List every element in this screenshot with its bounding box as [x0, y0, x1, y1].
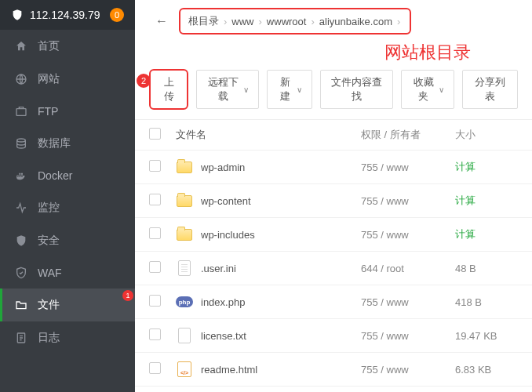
folder-icon [14, 299, 28, 311]
table-row[interactable]: phpwp-activate.php755 / www6.72 KB [135, 387, 532, 392]
html-icon [177, 361, 191, 377]
sidebar-item-globe[interactable]: 网站 [0, 63, 135, 96]
back-button[interactable]: ← [149, 11, 174, 31]
table-row[interactable]: license.txt755 / www19.47 KB [135, 319, 532, 353]
favorites-button[interactable]: 收藏夹∨ [401, 70, 455, 109]
table-row[interactable]: readme.html755 / www6.83 KB [135, 353, 532, 387]
sidebar-item-waf[interactable]: WAF [0, 257, 135, 289]
chevron-right-icon: › [309, 16, 315, 27]
breadcrumb-row: ← 根目录›www›wwwroot›aliyunbaike.com› [135, 0, 532, 39]
row-checkbox[interactable] [149, 295, 161, 307]
table-header: 文件名 权限 / 所有者 大小 [135, 120, 532, 151]
row-checkbox[interactable] [149, 261, 161, 273]
row-checkbox[interactable] [149, 328, 161, 340]
notification-badge[interactable]: 0 [110, 8, 124, 22]
file-permissions: 755 / www [361, 229, 455, 241]
breadcrumb-item[interactable]: aliyunbaike.com [319, 16, 392, 27]
toolbar: 2 上传 远程下载∨ 新建∨ 文件内容查找 收藏夹∨ 分享列表 [135, 69, 532, 120]
sidebar-item-log[interactable]: 日志 [0, 321, 135, 354]
db-icon [14, 137, 28, 150]
docker-icon [14, 169, 28, 182]
chevron-right-icon: › [257, 16, 264, 27]
col-size-header[interactable]: 大小 [455, 128, 518, 142]
file-icon [178, 260, 191, 276]
row-checkbox[interactable] [149, 227, 161, 239]
sidebar-item-folder[interactable]: 文件1 [0, 289, 135, 321]
file-permissions: 755 / www [361, 195, 455, 207]
file-name[interactable]: wp-content [201, 195, 251, 207]
upload-button[interactable]: 上传 [149, 69, 188, 110]
waf-icon [14, 267, 28, 279]
file-size: 418 B [455, 296, 518, 308]
home-icon [14, 40, 28, 53]
shield-icon [11, 9, 24, 21]
log-icon [14, 332, 28, 344]
ftp-icon [14, 105, 28, 118]
sidebar-item-db[interactable]: 数据库 [0, 127, 135, 160]
sidebar-item-label: 文件 [38, 298, 60, 312]
sidebar-item-label: 安全 [38, 234, 60, 248]
col-perm-header[interactable]: 权限 / 所有者 [361, 128, 455, 142]
annotation-label: 网站根目录 [323, 41, 532, 64]
file-permissions: 755 / www [361, 364, 455, 376]
file-name[interactable]: license.txt [201, 330, 246, 342]
sidebar-item-label: FTP [38, 105, 58, 118]
sidebar-item-label: 数据库 [38, 136, 71, 151]
sidebar-item-label: WAF [38, 267, 62, 279]
file-size: 48 B [455, 263, 518, 274]
file-name[interactable]: index.php [201, 296, 245, 308]
row-checkbox[interactable] [149, 194, 161, 205]
file-name[interactable]: readme.html [201, 364, 257, 376]
chevron-right-icon: › [395, 16, 402, 27]
select-all-checkbox[interactable] [149, 128, 161, 140]
table-row[interactable]: wp-admin755 / www计算 [135, 151, 532, 184]
chevron-down-icon: ∨ [243, 85, 249, 94]
file-name[interactable]: wp-admin [201, 162, 245, 173]
svg-point-2 [17, 139, 26, 142]
sidebar-item-label: 网站 [38, 72, 60, 86]
folder-icon [177, 195, 192, 207]
remote-download-button[interactable]: 远程下载∨ [196, 70, 259, 109]
main-panel: ← 根目录›www›wwwroot›aliyunbaike.com› 网站根目录… [135, 0, 532, 392]
table-row[interactable]: phpindex.php755 / www418 B [135, 285, 532, 319]
annotation-badge-2: 2 [137, 74, 151, 88]
globe-icon [14, 73, 28, 85]
txt-icon [178, 328, 191, 343]
sidebar-item-home[interactable]: 首页 [0, 30, 135, 63]
file-size: 6.83 KB [455, 364, 518, 376]
sidebar-item-monitor[interactable]: 监控 [0, 191, 135, 224]
sidebar-item-label: 日志 [38, 331, 60, 345]
file-size[interactable]: 计算 [455, 227, 518, 241]
col-name-header[interactable]: 文件名 [176, 128, 361, 142]
row-checkbox[interactable] [149, 160, 161, 172]
sidebar-header: 112.124.39.79 0 [0, 0, 135, 30]
sidebar-item-security[interactable]: 安全 [0, 224, 135, 257]
file-permissions: 755 / www [361, 162, 455, 173]
php-icon: php [176, 296, 193, 307]
search-content-button[interactable]: 文件内容查找 [320, 70, 393, 109]
file-size[interactable]: 计算 [455, 160, 518, 174]
breadcrumb-item[interactable]: www [231, 16, 253, 27]
sidebar: 112.124.39.79 0 首页网站FTP数据库Docker监控安全WAF文… [0, 0, 135, 392]
create-button[interactable]: 新建∨ [267, 70, 312, 109]
sidebar-item-docker[interactable]: Docker [0, 160, 135, 191]
svg-rect-1 [16, 109, 26, 116]
file-size[interactable]: 计算 [455, 194, 518, 208]
monitor-icon [14, 201, 28, 214]
sidebar-item-ftp[interactable]: FTP [0, 96, 135, 127]
breadcrumb-item[interactable]: 根目录 [188, 14, 219, 28]
file-name[interactable]: .user.ini [201, 263, 236, 274]
file-permissions: 755 / www [361, 296, 455, 308]
row-checkbox[interactable] [149, 362, 161, 374]
annotation-badge-1: 1 [122, 290, 133, 301]
sidebar-item-label: Docker [38, 169, 72, 182]
file-name[interactable]: wp-includes [201, 229, 255, 241]
table-row[interactable]: .user.ini644 / root48 B [135, 252, 532, 285]
chevron-down-icon: ∨ [439, 85, 444, 94]
breadcrumb: 根目录›www›wwwroot›aliyunbaike.com› [179, 8, 411, 34]
table-row[interactable]: wp-content755 / www计算 [135, 184, 532, 218]
breadcrumb-item[interactable]: wwwroot [267, 16, 307, 27]
share-list-button[interactable]: 分享列表 [462, 70, 518, 109]
file-table: 文件名 权限 / 所有者 大小 wp-admin755 / www计算wp-co… [135, 120, 532, 392]
table-row[interactable]: wp-includes755 / www计算 [135, 218, 532, 252]
